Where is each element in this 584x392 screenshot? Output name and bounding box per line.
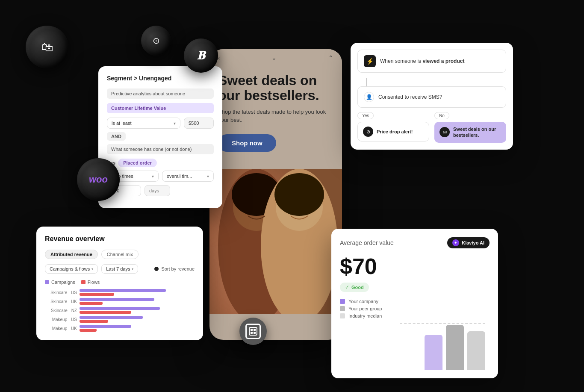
- segment-days-input: days: [145, 185, 170, 196]
- svg-rect-9: [251, 332, 253, 334]
- shop-now-button[interactable]: Shop now: [218, 134, 276, 152]
- flow-trigger-icon: ⚡: [364, 55, 376, 67]
- phone-content: Sweet deals on our bestsellers. Shop the…: [209, 65, 342, 169]
- segment-tag3: What someone has done (or not done): [107, 144, 214, 154]
- bar-red: [80, 320, 108, 323]
- bar-purple: [80, 298, 154, 301]
- phone-image-area: [209, 169, 342, 314]
- flow-yes-card: ⊘ Price drop alert!: [357, 122, 429, 141]
- bar-label: Skincare - NZ: [45, 308, 77, 313]
- segment-tag1: Predictive analytics about someone: [107, 88, 214, 99]
- flow-connector1: [366, 78, 367, 86]
- revenue-controls: Campaigns & flows ▾ Last 7 days ▾ Sort b…: [45, 264, 195, 274]
- good-label: Good: [351, 285, 364, 290]
- bold-orb: 𝐁: [184, 38, 218, 73]
- segment-select1[interactable]: is at least ▾: [107, 118, 180, 129]
- tab-attributed-revenue[interactable]: Attributed revenue: [45, 250, 98, 259]
- revenue-card: Revenue overview Attributed revenue Chan…: [36, 227, 203, 340]
- aov-title: Average order value: [340, 239, 394, 246]
- bar-purple: [80, 307, 160, 310]
- bar-track: [80, 298, 195, 305]
- aov-chart-area: [340, 318, 490, 370]
- svg-rect-10: [254, 332, 256, 334]
- bar-purple: [80, 289, 166, 292]
- sms-icon: 👤: [364, 92, 374, 102]
- revenue-bar-row: Makeup - UK: [45, 325, 195, 332]
- bar-red: [80, 311, 131, 314]
- revenue-bar-row: Makeup - US: [45, 316, 195, 323]
- woo-orb: woo: [77, 158, 120, 201]
- flow-sms-node: 👤 Consented to receive SMS?: [357, 86, 506, 108]
- flow-trigger-text: When someone is viewed a product: [380, 58, 464, 65]
- campaigns-flows-select[interactable]: Campaigns & flows ▾: [45, 264, 98, 274]
- aov-legend: Your company Your peer group Industry me…: [340, 299, 490, 318]
- revenue-bar-row: Skincare - US: [45, 289, 195, 296]
- bar-purple: [80, 325, 131, 328]
- app-icon-inner: [245, 324, 261, 339]
- klaviyo-badge-text: Klaviyo AI: [462, 240, 484, 245]
- flow-no-branch: No ✉ Sweet deals on our bestsellers.: [434, 111, 506, 143]
- good-checkmark-icon: ✓: [345, 284, 349, 290]
- bar-label: Skincare - US: [45, 290, 77, 295]
- svg-rect-7: [251, 329, 253, 331]
- revenue-legend: Campaigns Flows: [45, 280, 195, 285]
- phone-top-bar: ‹ ⌄ ⌃: [209, 49, 342, 65]
- bar-red: [80, 302, 103, 305]
- svg-rect-6: [249, 327, 257, 335]
- sort-toggle: Sort by revenue: [154, 266, 195, 271]
- phone-headline: Sweet deals on our bestsellers.: [218, 73, 333, 103]
- aov-dashed-line: [400, 323, 485, 324]
- peer-color: [340, 306, 345, 311]
- flow-branches: Yes ⊘ Price drop alert! No ✉ Sweet deals…: [357, 111, 506, 143]
- aov-value: $70: [340, 253, 490, 279]
- sweet-deals-text: Sweet deals on our bestsellers.: [453, 126, 501, 139]
- klaviyo-app-icon[interactable]: [239, 318, 267, 345]
- shopify-icon: 🛍: [41, 40, 53, 54]
- klaviyo-badge-icon: ✦: [452, 239, 459, 246]
- chevron-down-icon4: ▾: [91, 267, 93, 271]
- bar-label: Skincare - UK: [45, 299, 77, 304]
- klaviyo-ai-badge: ✦ Klaviyo AI: [447, 237, 490, 248]
- phone-collapse-icon: ⌄: [271, 54, 277, 61]
- flows-color: [81, 280, 86, 284]
- aov-header: Average order value ✦ Klaviyo AI: [340, 237, 490, 248]
- toggle-dot: [154, 267, 159, 271]
- bold-icon: 𝐁: [197, 49, 205, 63]
- revenue-bar-row: Skincare - UK: [45, 298, 195, 305]
- phone-expand-icon: ⌃: [328, 54, 333, 61]
- tab-channel-mix[interactable]: Channel mix: [101, 250, 139, 259]
- aov-bar-company: [425, 335, 442, 370]
- bar-track: [80, 316, 195, 323]
- revenue-bars: Skincare - US Skincare - UK Skincare - N…: [45, 289, 195, 332]
- chevron-down-icon2: ▾: [152, 174, 154, 179]
- klaviyo-small-icon: ⊙: [153, 35, 160, 46]
- chevron-down-icon3: ▾: [207, 174, 209, 179]
- svg-rect-8: [254, 329, 256, 331]
- campaigns-color: [45, 280, 49, 284]
- price-drop-text: Price drop alert!: [377, 129, 413, 135]
- flow-sms-text: Consented to receive SMS?: [378, 94, 442, 101]
- svg-point-5: [274, 173, 324, 216]
- sort-label: Sort by revenue: [161, 266, 195, 271]
- segment-title: Segment > Unengaged: [107, 75, 214, 82]
- flow-yes-branch: Yes ⊘ Price drop alert!: [357, 111, 429, 143]
- flow-card: ⚡ When someone is viewed a product 👤 Con…: [351, 43, 513, 150]
- bar-red: [80, 293, 114, 296]
- phone-preview-card: ‹ ⌄ ⌃ Sweet deals on our bestsellers. Sh…: [209, 49, 342, 340]
- woo-icon: woo: [89, 174, 108, 185]
- bar-track: [80, 289, 195, 296]
- phone-back-icon: ‹: [218, 54, 220, 61]
- segment-select3[interactable]: overall tim... ▾: [162, 171, 214, 182]
- revenue-tabs: Attributed revenue Channel mix: [45, 250, 195, 259]
- and-badge: AND: [107, 132, 126, 141]
- price-drop-icon: ⊘: [363, 127, 373, 137]
- phone-subtext: Shop the latest deals made to help you l…: [218, 108, 333, 124]
- revenue-bar-row: Skincare - NZ: [45, 307, 195, 314]
- klaviyo-small-orb: ⊙: [141, 26, 171, 56]
- last-7-days-select[interactable]: Last 7 days ▾: [101, 264, 138, 274]
- revenue-title: Revenue overview: [45, 235, 195, 243]
- flow-no-card: ✉ Sweet deals on our bestsellers.: [434, 122, 506, 143]
- aov-bar-industry: [467, 331, 485, 370]
- aov-legend-company: Your company: [340, 299, 490, 304]
- legend-campaigns: Campaigns: [45, 280, 75, 285]
